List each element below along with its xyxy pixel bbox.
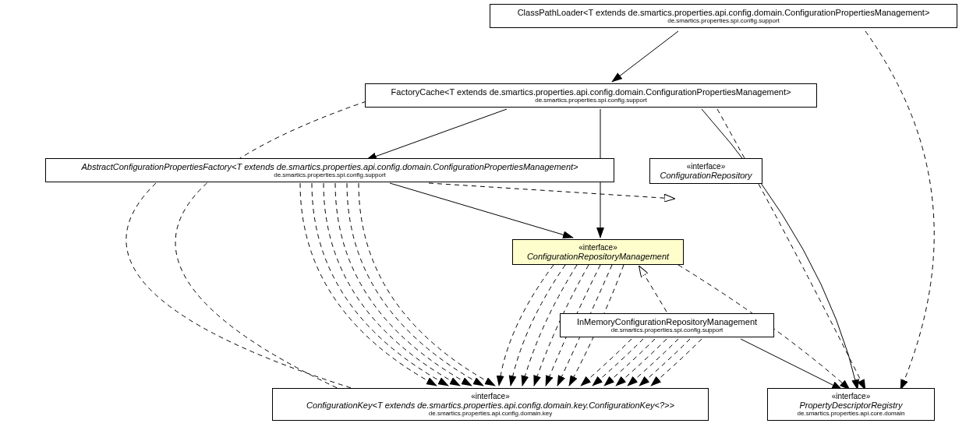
node-package: de.smartics.properties.api.config.domain…	[279, 410, 702, 417]
node-package: de.smartics.properties.spi.config.suppor…	[567, 326, 767, 333]
node-title: ConfigurationRepositoryManagement	[519, 252, 677, 261]
node-package: de.smartics.properties.spi.config.suppor…	[497, 17, 950, 24]
node-stereotype: «interface»	[774, 392, 928, 400]
node-title: ConfigurationRepository	[656, 171, 755, 180]
node-title: AbstractConfigurationPropertiesFactory<T…	[52, 162, 607, 171]
node-title: InMemoryConfigurationRepositoryManagemen…	[567, 317, 767, 326]
node-configkey[interactable]: «interface» ConfigurationKey<T extends d…	[272, 388, 709, 421]
node-factorycache[interactable]: FactoryCache<T extends de.smartics.prope…	[365, 83, 817, 108]
node-propdescreg[interactable]: «interface» PropertyDescriptorRegistry d…	[767, 388, 935, 421]
node-configrepo[interactable]: «interface» ConfigurationRepository	[649, 158, 762, 184]
node-title: ClassPathLoader<T extends de.smartics.pr…	[497, 8, 950, 17]
node-package: de.smartics.properties.spi.config.suppor…	[52, 171, 607, 178]
node-classpathloader[interactable]: ClassPathLoader<T extends de.smartics.pr…	[490, 4, 957, 28]
node-title: FactoryCache<T extends de.smartics.prope…	[372, 87, 810, 97]
node-stereotype: «interface»	[519, 243, 677, 252]
node-title: ConfigurationKey<T extends de.smartics.p…	[279, 400, 702, 410]
node-stereotype: «interface»	[279, 392, 702, 400]
node-title: PropertyDescriptorRegistry	[774, 400, 928, 410]
node-package: de.smartics.properties.api.core.domain	[774, 410, 928, 417]
node-abstractfactory[interactable]: AbstractConfigurationPropertiesFactory<T…	[45, 158, 614, 182]
node-inmemory[interactable]: InMemoryConfigurationRepositoryManagemen…	[560, 313, 774, 337]
node-package: de.smartics.properties.spi.config.suppor…	[372, 97, 810, 104]
node-configrepomgmt[interactable]: «interface» ConfigurationRepositoryManag…	[512, 239, 684, 265]
node-stereotype: «interface»	[656, 162, 755, 171]
